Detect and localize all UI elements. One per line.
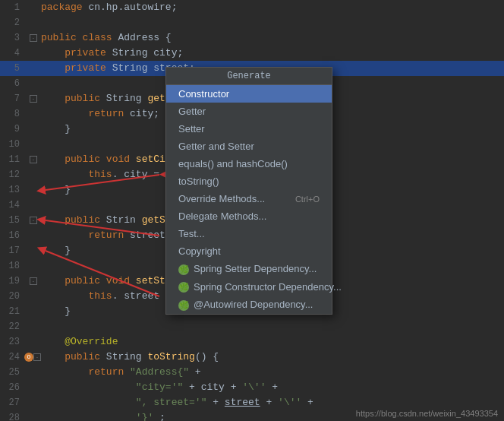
fold-icon[interactable]: - (30, 277, 37, 285)
code-line-22: 22 (0, 319, 504, 334)
fold-icon[interactable]: - (33, 353, 41, 361)
menu-item-equals-hashcode[interactable]: equals() and hashCode() (166, 155, 332, 173)
code-line-2: 2 (0, 15, 504, 30)
code-line-26: 26 "city='" + city + '\'' + (0, 380, 504, 395)
override-icon: O (24, 353, 33, 362)
context-menu: Generate Constructor Getter Setter Gette… (165, 67, 332, 315)
code-line-25: 25 return "Address{" + (0, 365, 504, 380)
code-line-4: 4 private String city; (0, 46, 504, 61)
watermark: https://blog.csdn.net/weixin_43493354 (356, 409, 498, 418)
menu-item-test[interactable]: Test... (166, 225, 332, 242)
menu-title: Generate (166, 68, 332, 85)
menu-item-delegate-methods[interactable]: Delegate Methods... (166, 207, 332, 225)
spring-constructor-icon: 🌿 (178, 282, 189, 293)
code-line-1: 1 package cn.hp.autowire; (0, 0, 504, 15)
menu-item-autowired[interactable]: 🌿@Autowired Dependency... (166, 296, 332, 314)
code-line-27: 27 ", street='" + street + '\'' + (0, 395, 504, 410)
fold-icon[interactable]: - (30, 95, 37, 103)
menu-item-override-methods[interactable]: Override Methods... Ctrl+O (166, 190, 332, 207)
menu-item-spring-constructor[interactable]: 🌿Spring Constructor Dependency... (166, 278, 332, 296)
spring-setter-icon: 🌿 (178, 264, 189, 275)
code-line-24: 24 O - public String toString() { (0, 350, 504, 365)
menu-item-constructor[interactable]: Constructor (166, 85, 332, 103)
fold-icon[interactable]: - (30, 156, 37, 163)
menu-item-setter[interactable]: Setter (166, 120, 332, 138)
code-line-3: 3 - public class Address { (0, 30, 504, 46)
menu-item-tostring[interactable]: toString() (166, 173, 332, 190)
code-editor: 1 package cn.hp.autowire; 2 3 - public c… (0, 0, 504, 421)
menu-item-spring-setter[interactable]: 🌿Spring Setter Dependency... (166, 260, 332, 278)
menu-item-getter-setter[interactable]: Getter and Setter (166, 138, 332, 155)
fold-icon[interactable]: - (30, 217, 37, 224)
menu-item-copyright[interactable]: Copyright (166, 242, 332, 260)
fold-icon[interactable]: - (30, 34, 37, 42)
autowired-icon: 🌿 (178, 300, 189, 311)
menu-item-getter[interactable]: Getter (166, 103, 332, 120)
code-line-23: 23 @Override (0, 334, 504, 350)
